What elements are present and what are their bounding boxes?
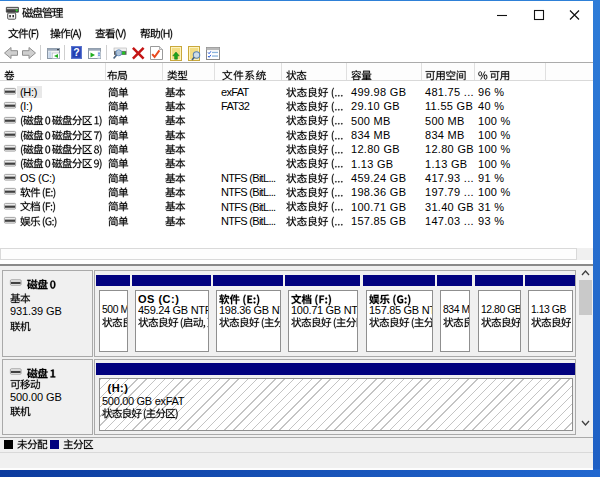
svg-text:?: ? xyxy=(73,46,79,58)
